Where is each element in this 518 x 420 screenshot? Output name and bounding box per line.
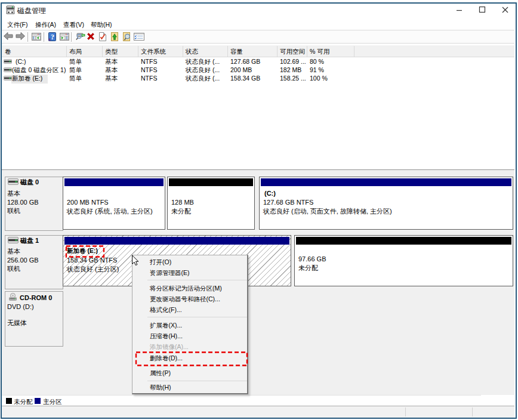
svg-text:?: ? — [51, 33, 54, 41]
